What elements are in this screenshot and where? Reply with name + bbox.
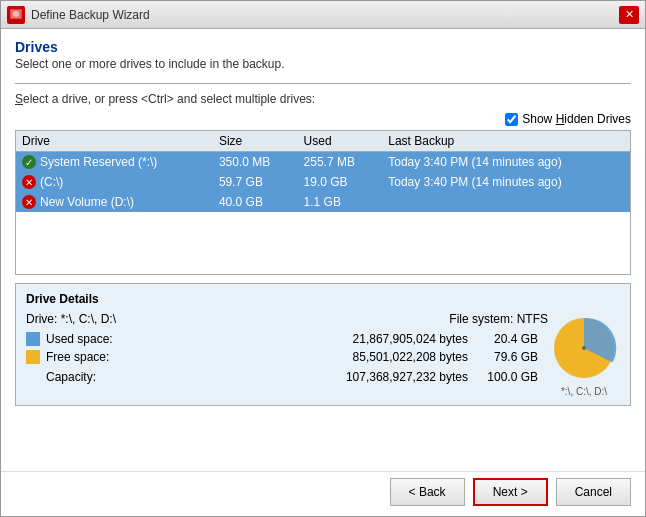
back-button[interactable]: < Back bbox=[390, 478, 465, 506]
drive-size: 40.0 GB bbox=[213, 192, 298, 212]
free-space-row: Free space: 85,501,022,208 bytes 79.6 GB bbox=[26, 350, 548, 364]
drive-cell: ✕(C:\) bbox=[16, 172, 213, 192]
next-button[interactable]: Next > bbox=[473, 478, 548, 506]
table-row[interactable]: ✕(C:\)59.7 GB19.0 GBToday 3:40 PM (14 mi… bbox=[16, 172, 630, 192]
drive-size: 59.7 GB bbox=[213, 172, 298, 192]
drive-status-icon: ✕ bbox=[22, 195, 36, 209]
show-hidden-checkbox[interactable] bbox=[505, 113, 518, 126]
svg-point-2 bbox=[13, 11, 19, 17]
section-header: Drives Select one or more drives to incl… bbox=[15, 39, 631, 71]
bottom-buttons: < Back Next > Cancel bbox=[1, 471, 645, 516]
details-layout: Drive: *:\, C:\, D:\ File system: NTFS U… bbox=[26, 312, 620, 397]
drive-details-panel: Drive Details Drive: *:\, C:\, D:\ File … bbox=[15, 283, 631, 406]
drive-used: 255.7 MB bbox=[298, 152, 383, 173]
drive-status-icon: ✓ bbox=[22, 155, 36, 169]
used-space-row: Used space: 21,867,905,024 bytes 20.4 GB bbox=[26, 332, 548, 346]
window-title: Define Backup Wizard bbox=[31, 8, 150, 22]
divider bbox=[15, 83, 631, 84]
capacity-size: 100.0 GB bbox=[478, 370, 548, 384]
drive-last-backup: Today 3:40 PM (14 minutes ago) bbox=[382, 172, 630, 192]
close-button[interactable]: ✕ bbox=[619, 6, 639, 24]
pie-chart-svg bbox=[548, 312, 620, 384]
free-bytes: 85,501,022,208 bytes bbox=[126, 350, 478, 364]
drive-path-label: Drive: *:\, C:\, D:\ bbox=[26, 312, 116, 326]
drive-cell: ✓System Reserved (*:\) bbox=[16, 152, 213, 173]
used-space-label: Used space: bbox=[26, 332, 126, 346]
col-last-backup: Last Backup bbox=[382, 131, 630, 152]
section-desc: Select one or more drives to include in … bbox=[15, 57, 631, 71]
instruction-text: Select a drive, or press <Ctrl> and sele… bbox=[15, 92, 631, 106]
drives-table: Drive Size Used Last Backup ✓System Rese… bbox=[16, 131, 630, 212]
drives-table-container: Drive Size Used Last Backup ✓System Rese… bbox=[15, 130, 631, 275]
main-window: Define Backup Wizard ✕ Drives Select one… bbox=[0, 0, 646, 517]
free-size: 79.6 GB bbox=[478, 350, 548, 364]
col-drive: Drive bbox=[16, 131, 213, 152]
app-icon bbox=[7, 6, 25, 24]
pie-chart-label: *:\, C:\, D:\ bbox=[561, 386, 607, 397]
section-title: Drives bbox=[15, 39, 631, 55]
pie-chart-area: *:\, C:\, D:\ bbox=[548, 312, 620, 397]
drive-cell: ✕New Volume (D:\) bbox=[16, 192, 213, 212]
drive-used: 19.0 GB bbox=[298, 172, 383, 192]
drive-details-header: Drive: *:\, C:\, D:\ File system: NTFS bbox=[26, 312, 548, 326]
used-color-box bbox=[26, 332, 40, 346]
drive-name: System Reserved (*:\) bbox=[40, 155, 157, 169]
free-space-label: Free space: bbox=[26, 350, 126, 364]
drive-last-backup: Today 3:40 PM (14 minutes ago) bbox=[382, 152, 630, 173]
filesystem-label: File system: NTFS bbox=[449, 312, 548, 326]
table-row[interactable]: ✕New Volume (D:\)40.0 GB1.1 GB bbox=[16, 192, 630, 212]
capacity-bytes: 107,368,927,232 bytes bbox=[126, 370, 478, 384]
capacity-row: Capacity: 107,368,927,232 bytes 100.0 GB bbox=[26, 370, 548, 384]
drive-last-backup bbox=[382, 192, 630, 212]
title-bar: Define Backup Wizard ✕ bbox=[1, 1, 645, 29]
table-row[interactable]: ✓System Reserved (*:\)350.0 MB255.7 MBTo… bbox=[16, 152, 630, 173]
used-bytes: 21,867,905,024 bytes bbox=[126, 332, 478, 346]
free-color-box bbox=[26, 350, 40, 364]
col-size: Size bbox=[213, 131, 298, 152]
show-hidden-row: Show Hidden Drives bbox=[15, 112, 631, 126]
used-size: 20.4 GB bbox=[478, 332, 548, 346]
col-used: Used bbox=[298, 131, 383, 152]
title-bar-left: Define Backup Wizard bbox=[7, 6, 150, 24]
details-left: Drive: *:\, C:\, D:\ File system: NTFS U… bbox=[26, 312, 548, 397]
drive-used: 1.1 GB bbox=[298, 192, 383, 212]
show-hidden-checkbox-label[interactable]: Show Hidden Drives bbox=[505, 112, 631, 126]
show-hidden-label: Show Hidden Drives bbox=[522, 112, 631, 126]
drive-name: New Volume (D:\) bbox=[40, 195, 134, 209]
drive-details-title: Drive Details bbox=[26, 292, 620, 306]
cancel-button[interactable]: Cancel bbox=[556, 478, 631, 506]
capacity-spacer bbox=[26, 370, 40, 384]
main-content: Drives Select one or more drives to incl… bbox=[1, 29, 645, 471]
drive-size: 350.0 MB bbox=[213, 152, 298, 173]
table-header-row: Drive Size Used Last Backup bbox=[16, 131, 630, 152]
svg-point-4 bbox=[582, 346, 586, 350]
capacity-label: Capacity: bbox=[26, 370, 126, 384]
drive-status-icon: ✕ bbox=[22, 175, 36, 189]
drive-name: (C:\) bbox=[40, 175, 63, 189]
